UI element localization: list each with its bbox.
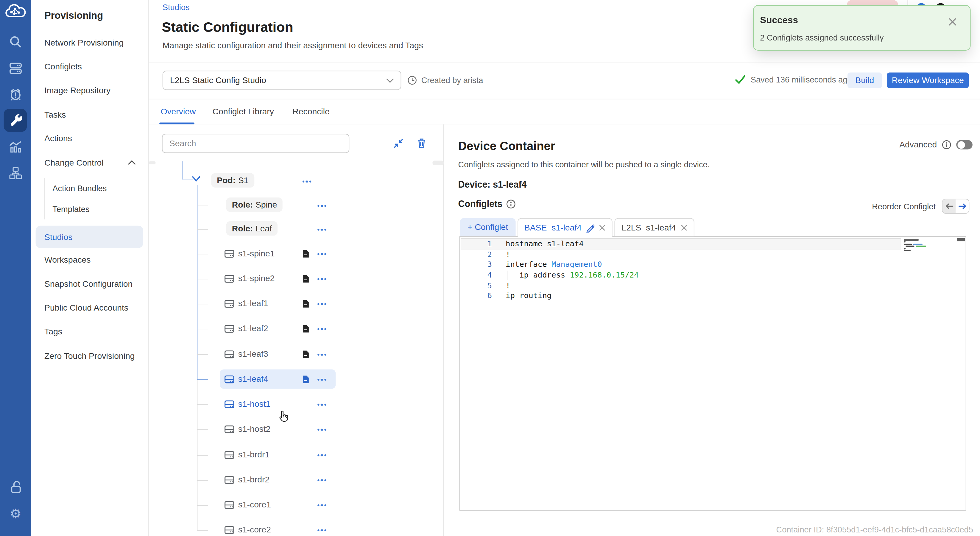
- tree-node-device[interactable]: s1-host2: [149, 421, 444, 438]
- role-tag-label: Role:: [232, 224, 253, 233]
- sidebar-item-zero-touch-provisioning[interactable]: Zero Touch Provisioning: [45, 352, 135, 361]
- device-name: s1-brdr1: [238, 446, 270, 464]
- tree-node-device[interactable]: s1-core2: [149, 521, 444, 536]
- tree-node-role-spine[interactable]: Role:Spine: [149, 197, 444, 215]
- close-icon[interactable]: [948, 17, 957, 26]
- container-id-text: Container ID: 8f3055d1-eef9-4d1c-bfc5-d1…: [776, 525, 973, 534]
- sidebar-item-change-control[interactable]: Change Control: [45, 158, 103, 167]
- editor-scrollbar-thumb[interactable]: [957, 238, 965, 241]
- provisioning-icon[interactable]: [0, 113, 31, 127]
- configlet-tab-l2ls[interactable]: L2LS_s1-leaf4: [615, 218, 694, 237]
- document-icon[interactable]: [302, 350, 309, 358]
- clipped-row-sliver: [433, 161, 444, 165]
- configlet-tabbar: + Configlet BASE_s1-leaf4 L2LS_s1-leaf4: [460, 218, 694, 237]
- build-button[interactable]: Build: [848, 72, 882, 88]
- more-icon[interactable]: [317, 328, 326, 330]
- tree-node-pod[interactable]: Pod:S1: [149, 172, 444, 190]
- review-workspace-button[interactable]: Review Workspace: [887, 72, 969, 88]
- more-icon[interactable]: [317, 504, 326, 506]
- settings-gear-icon[interactable]: ⚙: [0, 507, 31, 520]
- more-icon[interactable]: [317, 454, 326, 456]
- more-icon[interactable]: [302, 180, 311, 183]
- more-icon[interactable]: [317, 253, 326, 255]
- pod-tag-label: Pod:: [217, 176, 235, 185]
- more-icon[interactable]: [317, 479, 326, 481]
- more-icon[interactable]: [317, 205, 326, 207]
- close-icon[interactable]: [599, 224, 606, 231]
- tree-node-device[interactable]: s1-spine2: [149, 270, 444, 288]
- close-icon[interactable]: [681, 224, 687, 231]
- tree-node-device[interactable]: s1-leaf3: [149, 346, 444, 363]
- studio-select-value: L2LS Static Config Studio: [170, 76, 266, 85]
- search-icon[interactable]: [0, 35, 31, 49]
- more-icon[interactable]: [317, 303, 326, 305]
- tab-configlet-library[interactable]: Configlet Library: [213, 107, 274, 116]
- tab-reconcile[interactable]: Reconcile: [293, 107, 329, 116]
- cloudvision-logo-icon[interactable]: [0, 4, 31, 19]
- document-icon[interactable]: [302, 299, 309, 308]
- sidebar-item-network-provisioning[interactable]: Network Provisioning: [45, 38, 124, 47]
- sidebar-item-actions[interactable]: Actions: [45, 134, 72, 143]
- chevron-up-icon[interactable]: [128, 160, 135, 165]
- configlets-heading: Configlets: [458, 199, 515, 209]
- tab-overview[interactable]: Overview: [161, 107, 196, 116]
- configlet-tab-base[interactable]: BASE_s1-leaf4: [517, 218, 613, 237]
- sidebar-item-studios[interactable]: Studios: [36, 226, 143, 248]
- tree-node-device[interactable]: s1-brdr2: [149, 471, 444, 489]
- configlet-code-editor[interactable]: 1 hostname s1-leaf4 2 ! 3 interface Mana…: [460, 236, 966, 511]
- sidebar-item-snapshot-configuration[interactable]: Snapshot Configuration: [45, 279, 132, 289]
- tree-node-device[interactable]: s1-brdr1: [149, 446, 444, 464]
- more-icon[interactable]: [317, 428, 326, 431]
- document-icon[interactable]: [302, 249, 309, 258]
- info-icon[interactable]: [942, 140, 951, 149]
- document-icon[interactable]: [302, 375, 309, 383]
- arrow-left-icon[interactable]: [942, 199, 956, 213]
- more-icon[interactable]: [317, 379, 326, 380]
- tree-node-device-hovered[interactable]: s1-host1: [149, 396, 444, 413]
- role-tag[interactable]: Role:Spine: [226, 197, 283, 212]
- devices-icon[interactable]: [0, 61, 31, 75]
- add-configlet-button[interactable]: + Configlet: [460, 218, 516, 237]
- device-name: s1-core2: [238, 521, 271, 536]
- document-icon[interactable]: [302, 324, 309, 333]
- tree-node-device[interactable]: s1-spine1: [149, 245, 444, 262]
- document-icon[interactable]: [302, 274, 309, 283]
- studio-select[interactable]: L2LS Static Config Studio: [162, 71, 401, 90]
- collapse-icon[interactable]: [393, 138, 404, 149]
- topology-icon[interactable]: [0, 166, 31, 180]
- code-line: 6 ip routing: [460, 291, 941, 301]
- sidebar-item-action-bundles[interactable]: Action Bundles: [52, 184, 107, 193]
- more-icon[interactable]: [317, 529, 326, 531]
- more-icon[interactable]: [317, 278, 326, 280]
- sidebar-item-workspaces[interactable]: Workspaces: [45, 255, 91, 264]
- unlock-icon[interactable]: [0, 480, 31, 494]
- tree-search-input[interactable]: [162, 134, 350, 153]
- reorder-configlet-control: Reorder Configlet: [872, 199, 969, 213]
- tree-node-device[interactable]: s1-core1: [149, 496, 444, 514]
- sidebar-item-tasks[interactable]: Tasks: [45, 110, 66, 119]
- editor-minimap[interactable]: [904, 239, 936, 253]
- more-icon[interactable]: [317, 353, 326, 356]
- sidebar-item-configlets[interactable]: Configlets: [45, 62, 82, 71]
- pod-tag[interactable]: Pod:S1: [211, 173, 254, 187]
- tree-node-role-leaf[interactable]: Role:Leaf: [149, 221, 444, 238]
- breadcrumb-studios[interactable]: Studios: [162, 2, 190, 12]
- advanced-toggle[interactable]: [956, 140, 972, 149]
- sidebar-item-image-repository[interactable]: Image Repository: [45, 86, 110, 95]
- more-icon[interactable]: [317, 228, 326, 231]
- tree-node-device[interactable]: s1-leaf2: [149, 320, 444, 338]
- dashboards-icon[interactable]: [0, 140, 31, 154]
- arrow-right-icon[interactable]: [956, 199, 969, 213]
- clipped-row-sliver: [149, 161, 156, 164]
- tree-node-device-selected[interactable]: s1-leaf4: [149, 371, 444, 388]
- tree-node-device[interactable]: s1-leaf1: [149, 295, 444, 313]
- info-icon[interactable]: [506, 199, 515, 208]
- sidebar-item-templates[interactable]: Templates: [52, 204, 89, 213]
- edit-pencil-icon[interactable]: [586, 223, 595, 232]
- sidebar-item-public-cloud-accounts[interactable]: Public Cloud Accounts: [45, 303, 128, 312]
- more-icon[interactable]: [317, 404, 326, 406]
- sidebar-item-tags[interactable]: Tags: [45, 327, 62, 336]
- role-tag[interactable]: Role:Leaf: [226, 221, 278, 235]
- events-icon[interactable]: [0, 87, 31, 101]
- trash-icon[interactable]: [416, 138, 427, 149]
